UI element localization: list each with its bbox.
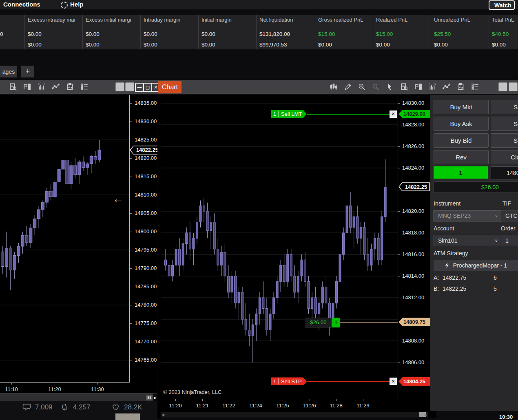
table-cell: $25.50: [434, 31, 451, 38]
time-axis-line: [161, 399, 428, 399]
time-label: 11:21: [196, 402, 209, 409]
reverse-button[interactable]: Rev: [434, 150, 489, 164]
back-arrow-icon[interactable]: ←: [113, 194, 124, 205]
price-label: 14812.00: [402, 294, 424, 301]
time-tick: [283, 399, 283, 401]
indicators-icon[interactable]: [52, 83, 60, 91]
price-tick: [130, 158, 132, 159]
mini-chart-icon[interactable]: ▮▮: [146, 395, 153, 400]
panels-icon[interactable]: [23, 83, 31, 91]
cursor-icon[interactable]: [386, 83, 394, 91]
data-series-icon[interactable]: [400, 83, 408, 91]
table-cell: $0.00: [86, 42, 100, 49]
toolbar: — ▢ ✕ MNQ SEP23∨ 10 Second∨: [0, 80, 518, 94]
time-label: 11:25: [276, 402, 289, 409]
window-button[interactable]: [125, 82, 134, 91]
atm-strategy-label: ATM Strategy: [434, 250, 468, 256]
stop-price-tag: 14804.25: [398, 377, 430, 386]
left-chart-scrollbar[interactable]: ▮▮ ▶: [0, 393, 157, 402]
menu-help[interactable]: Help: [70, 1, 84, 8]
tif-selector[interactable]: GTC: [501, 210, 518, 221]
time-label: 11:29: [356, 402, 370, 409]
atm-strategy-selector[interactable]: ProchargedMopar - 1: [434, 260, 518, 271]
zoom-out-icon[interactable]: [372, 83, 380, 91]
sell-ask-button[interactable]: Sell: [491, 117, 518, 131]
price-field[interactable]: 14809.75: [491, 166, 518, 179]
order-panel: Buy Mkt Sell Buy Ask Sell Buy Bid Sell R…: [430, 95, 518, 411]
table-cell: $0.00: [492, 42, 506, 49]
window-button[interactable]: [509, 82, 518, 91]
window-button[interactable]: [498, 82, 507, 91]
table-cell: $40.50: [492, 31, 509, 38]
table-cell: $0.00: [376, 42, 390, 49]
properties-icon[interactable]: [471, 83, 479, 91]
bar-style-icon[interactable]: [330, 83, 338, 91]
reply-button[interactable]: 7,009: [22, 403, 53, 411]
scroll-left-icon[interactable]: ◀: [162, 413, 164, 417]
price-tick: [130, 268, 132, 269]
bar-type-icon[interactable]: [428, 83, 436, 91]
price-label: 14830.00: [135, 118, 157, 124]
buy-mkt-button[interactable]: Buy Mkt: [434, 100, 489, 114]
maximize-icon[interactable]: ▢: [143, 83, 152, 92]
buy-ask-button[interactable]: Buy Ask: [434, 117, 489, 131]
price-label: 14800.00: [135, 228, 157, 234]
scroll-right-icon[interactable]: ▶: [425, 413, 427, 417]
sell-stop-line[interactable]: [307, 381, 390, 382]
instrument-selector[interactable]: MNQ SEP23∨: [434, 210, 502, 221]
properties-icon[interactable]: [80, 83, 89, 91]
main-chart-scrollbar[interactable]: ◀ ▶: [161, 412, 428, 418]
chart-window-title[interactable]: Chart: [158, 81, 182, 93]
data-series-icon[interactable]: [9, 83, 17, 91]
clock-text: 10:30 AM: [499, 414, 518, 420]
sell-stop-label[interactable]: 1 Sell STP: [271, 377, 307, 385]
cancel-limit-icon[interactable]: ✕: [390, 111, 397, 118]
like-button[interactable]: 28.2K: [111, 403, 142, 411]
zoom-in-icon[interactable]: [358, 83, 366, 91]
price-tick: [398, 254, 400, 255]
cancel-stop-icon[interactable]: ✕: [390, 378, 397, 385]
scroll-right-icon[interactable]: ▶: [153, 393, 157, 402]
sell-limit-label[interactable]: 1 Sell LMT: [271, 110, 307, 118]
time-tick: [336, 399, 336, 401]
column-divider: [373, 15, 373, 49]
bar-type-icon[interactable]: [38, 83, 46, 91]
table-header-cell: Intraday margin: [144, 17, 180, 24]
account-selector[interactable]: Sim101∨: [434, 235, 502, 246]
price-label: 14814.00: [402, 273, 424, 279]
sell-mkt-button[interactable]: Sell: [491, 100, 518, 114]
time-axis-line: [0, 382, 129, 383]
sell-bid-button[interactable]: Sell: [491, 133, 518, 148]
main-chart-plot[interactable]: [157, 95, 398, 399]
draw-icon[interactable]: [344, 83, 352, 91]
last-price-tag: 14822.25: [130, 146, 162, 155]
column-divider: [198, 15, 199, 49]
new-tab-button[interactable]: +: [21, 66, 34, 77]
order-qty-field[interactable]: 1: [501, 235, 518, 246]
sell-limit-line[interactable]: [307, 114, 390, 115]
table-header-cell: Unrealized PnL: [434, 17, 470, 24]
menu-connections[interactable]: Connections: [3, 1, 40, 8]
tif-label: TIF: [503, 200, 511, 207]
column-divider: [489, 15, 489, 49]
table-header-cell: Initial margin: [201, 17, 232, 24]
buy-bid-button[interactable]: Buy Bid: [434, 133, 489, 148]
strategies-icon[interactable]: [66, 83, 74, 91]
indicators-icon[interactable]: [443, 83, 451, 91]
entry-price-tag: 14809.75: [398, 318, 430, 326]
price-tick: [398, 103, 400, 104]
price-label: 14815.00: [135, 173, 157, 179]
tab-messages-partial[interactable]: ages: [0, 66, 17, 77]
quantity-field[interactable]: 1: [434, 166, 488, 179]
repost-button[interactable]: 4,257: [60, 403, 91, 411]
panels-icon[interactable]: [414, 83, 423, 91]
minimize-icon[interactable]: —: [135, 83, 144, 92]
watch-button[interactable]: Watch: [489, 0, 515, 10]
window-button[interactable]: [115, 82, 124, 91]
strategies-icon[interactable]: [457, 83, 465, 91]
bid-row: B: 14822.25 5: [434, 285, 518, 294]
account-label: Account: [434, 225, 454, 232]
close-button[interactable]: Close: [491, 150, 518, 164]
left-chart-plot[interactable]: [0, 95, 129, 382]
account-table: Excess intraday marExcess initial margiI…: [0, 15, 518, 49]
